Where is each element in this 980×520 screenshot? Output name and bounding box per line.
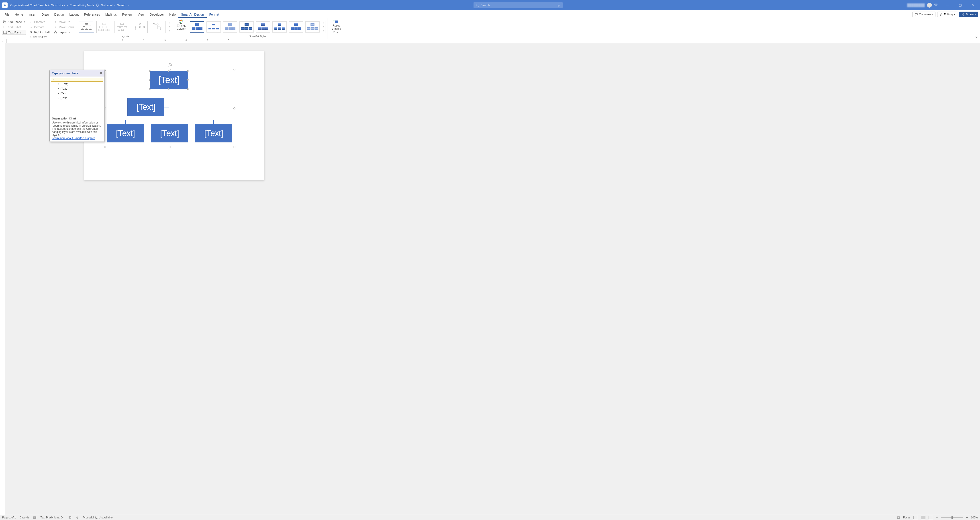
chevron-down-icon[interactable]: ⌄ — [127, 4, 129, 6]
gallery-up-icon[interactable]: ▴ — [168, 21, 171, 25]
smartart-help-link[interactable]: Learn more about SmartArt graphics — [52, 137, 95, 140]
tab-developer[interactable]: Developer — [147, 11, 167, 18]
resize-handle-tr[interactable] — [234, 69, 235, 71]
style-option-1[interactable] — [190, 21, 204, 32]
gallery-down-icon[interactable]: ▾ — [168, 25, 171, 29]
change-colors-button[interactable]: Change Colors ▾ — [173, 18, 188, 39]
gallery-down-icon[interactable]: ▾ — [322, 25, 325, 29]
layout-option-1[interactable] — [79, 21, 94, 33]
tab-review[interactable]: Review — [119, 11, 135, 18]
tab-design[interactable]: Design — [52, 11, 67, 18]
shape-handle[interactable] — [149, 70, 151, 72]
search-box[interactable]: Search — [474, 2, 563, 8]
resize-handle-b[interactable] — [169, 146, 170, 148]
tab-format[interactable]: Format — [207, 11, 222, 18]
svg-point-50 — [180, 22, 181, 23]
document-canvas[interactable]: ⟳ ▸ [Text] — [0, 43, 980, 515]
shape-handle[interactable] — [187, 79, 189, 81]
vertical-ruler[interactable] — [0, 43, 5, 515]
tab-file[interactable]: File — [2, 11, 12, 18]
gallery-up-icon[interactable]: ▴ — [322, 21, 325, 25]
ruler-corner: ⌐ — [0, 39, 7, 43]
text-pane-panel[interactable]: Type your text here ✕ ● ↳ [Text] ● [Text… — [49, 70, 105, 142]
layout-option-5[interactable] — [150, 21, 165, 33]
tab-layout[interactable]: Layout — [67, 11, 81, 18]
layout-option-4[interactable] — [132, 21, 148, 33]
tab-smartart-design[interactable]: SmartArt Design — [178, 11, 207, 18]
sa-box-sub1[interactable]: [Text] — [107, 124, 144, 142]
close-button[interactable]: ✕ — [969, 3, 978, 7]
svg-rect-16 — [85, 23, 88, 24]
user-avatar[interactable] — [927, 3, 932, 8]
gallery-expand-icon[interactable]: ▾ — [322, 29, 325, 33]
tab-view[interactable]: View — [135, 11, 147, 18]
maximize-button[interactable]: ▢ — [956, 3, 965, 7]
close-icon[interactable]: ✕ — [100, 72, 102, 75]
style-option-8[interactable] — [305, 21, 320, 32]
svg-point-45 — [160, 28, 161, 30]
sa-box-sub3[interactable]: [Text] — [195, 124, 232, 142]
tp-item-4[interactable]: ● [Text] — [51, 96, 103, 100]
minimize-button[interactable]: ─ — [943, 3, 952, 7]
shape-handle[interactable] — [149, 79, 151, 81]
tp-item-1[interactable]: ↳ [Text] — [51, 81, 103, 86]
svg-rect-26 — [105, 29, 107, 31]
tab-home[interactable]: Home — [12, 11, 26, 18]
tab-insert[interactable]: Insert — [26, 11, 39, 18]
layout-option-3[interactable] — [114, 21, 130, 33]
style-option-5[interactable] — [256, 21, 270, 32]
smartart-frame[interactable]: ⟳ ▸ [Text] — [105, 70, 234, 147]
sa-box-top[interactable]: [Text] — [150, 71, 188, 89]
style-option-7[interactable] — [289, 21, 303, 32]
ribbon-display-icon[interactable] — [934, 3, 938, 7]
tab-draw[interactable]: Draw — [39, 11, 52, 18]
resize-handle-bl[interactable] — [104, 146, 106, 148]
layout-option-2[interactable] — [97, 21, 112, 33]
save-status[interactable]: Saved — [117, 3, 126, 7]
tab-help[interactable]: Help — [167, 11, 178, 18]
svg-line-1 — [478, 6, 479, 7]
shape-handle[interactable] — [187, 70, 189, 72]
text-pane-button[interactable]: Text Pane — [2, 30, 26, 35]
text-pane-list[interactable]: ● ↳ [Text] ● [Text] ● [Text] ● [Text] — [50, 77, 105, 115]
mic-icon[interactable] — [557, 3, 560, 7]
shape-handle[interactable] — [168, 70, 170, 72]
tab-references[interactable]: References — [81, 11, 103, 18]
tab-mailings[interactable]: Mailings — [103, 11, 119, 18]
reset-graphic-button[interactable]: Reset Graphic — [329, 19, 343, 30]
layouts-gallery-arrows[interactable]: ▴ ▾ ▾ — [168, 21, 171, 33]
shape-handle[interactable] — [187, 88, 189, 90]
horizontal-ruler[interactable]: 1 2 3 4 5 6 — [7, 39, 980, 43]
group-label: Layouts — [79, 35, 171, 38]
collapse-ribbon-button[interactable] — [972, 18, 980, 39]
shape-handle[interactable] — [168, 88, 170, 90]
shape-handle[interactable] — [149, 88, 151, 90]
share-button[interactable]: Share ▾ — [959, 11, 978, 17]
chevron-down-icon: ▾ — [69, 31, 70, 33]
style-option-6[interactable] — [272, 21, 286, 32]
resize-handle-r[interactable] — [234, 107, 235, 109]
word-app-icon[interactable]: W — [2, 2, 8, 8]
sa-box-sub2[interactable]: [Text] — [151, 124, 188, 142]
editing-button[interactable]: Editing ▾ — [937, 11, 958, 17]
rotate-handle[interactable]: ⟳ — [168, 63, 172, 67]
styles-gallery-arrows[interactable]: ▴ ▾ ▾ — [322, 21, 325, 33]
comments-button[interactable]: Comments — [912, 11, 935, 17]
rtl-button[interactable]: Right to Left — [28, 30, 51, 34]
layout-button[interactable]: Layout ▾ — [53, 30, 75, 34]
resize-handle-br[interactable] — [234, 146, 235, 148]
tp-item-3[interactable]: ● [Text] — [51, 91, 103, 96]
tp-item-0[interactable]: ● — [51, 78, 103, 81]
style-option-2[interactable] — [207, 21, 221, 32]
add-shape-button[interactable]: Add Shape ▾ — [2, 20, 26, 24]
sa-box-assistant[interactable]: [Text] — [127, 98, 164, 116]
label-status[interactable]: No Label — [101, 3, 113, 7]
doc-name[interactable]: Organizational Chart Sample in Word.docx — [10, 3, 65, 7]
chevron-down-icon: ▾ — [975, 13, 976, 16]
style-option-4[interactable] — [239, 21, 254, 32]
gallery-expand-icon[interactable]: ▾ — [168, 29, 171, 33]
arrow-down-icon: ↓ — [54, 25, 57, 29]
svg-rect-24 — [99, 29, 101, 31]
tp-item-2[interactable]: ● [Text] — [51, 86, 103, 91]
style-option-3[interactable] — [223, 21, 237, 32]
